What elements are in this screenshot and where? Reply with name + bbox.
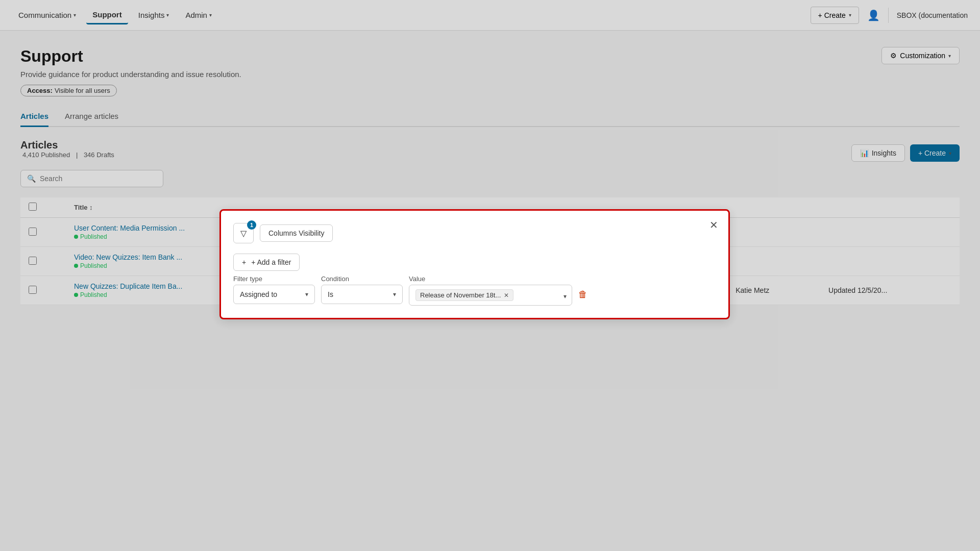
trash-icon: 🗑 bbox=[578, 289, 587, 299]
filter-type-field: Filter type Assigned to ▾ bbox=[233, 275, 315, 304]
value-field: Value Release of November 18t... ✕ ▾ bbox=[409, 275, 572, 306]
chevron-down-icon: ▾ bbox=[393, 291, 396, 298]
filter-panel: ▽ 1 Columns Visibility + + Add a filter … bbox=[219, 209, 730, 319]
condition-value: Is bbox=[328, 290, 333, 298]
filter-row: Filter type Assigned to ▾ Condition Is ▾… bbox=[233, 275, 716, 306]
add-filter-button[interactable]: + + Add a filter bbox=[233, 254, 300, 271]
chevron-down-icon: ▾ bbox=[305, 291, 308, 298]
filter-icon-button[interactable]: ▽ 1 bbox=[233, 223, 254, 243]
value-label: Value bbox=[409, 275, 572, 283]
value-box[interactable]: Release of November 18t... ✕ ▾ bbox=[409, 285, 572, 306]
columns-visibility-button[interactable]: Columns Visibility bbox=[260, 224, 333, 242]
value-tag-remove[interactable]: ✕ bbox=[504, 292, 509, 299]
filter-type-select[interactable]: Assigned to ▾ bbox=[233, 285, 315, 304]
plus-icon: + bbox=[242, 258, 246, 266]
value-tag: Release of November 18t... ✕ bbox=[415, 289, 513, 301]
condition-select[interactable]: Is ▾ bbox=[321, 285, 403, 304]
filter-icon: ▽ bbox=[240, 229, 247, 238]
filter-type-value: Assigned to bbox=[240, 290, 277, 298]
chevron-down-icon[interactable]: ▾ bbox=[564, 293, 567, 300]
condition-label: Condition bbox=[321, 275, 403, 283]
value-tag-text: Release of November 18t... bbox=[420, 291, 501, 299]
filter-badge: 1 bbox=[247, 220, 256, 230]
close-panel-button[interactable]: ✕ bbox=[709, 219, 718, 231]
filter-type-label: Filter type bbox=[233, 275, 315, 283]
filter-panel-top: ▽ 1 Columns Visibility bbox=[233, 223, 716, 243]
condition-field: Condition Is ▾ bbox=[321, 275, 403, 304]
delete-filter-button[interactable]: 🗑 bbox=[578, 289, 587, 300]
